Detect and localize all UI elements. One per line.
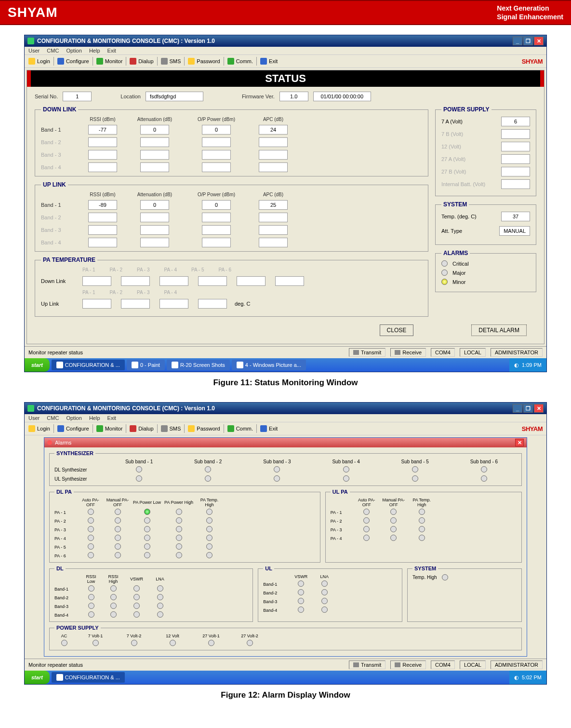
value-box: 0 <box>140 200 169 210</box>
led-icon <box>205 466 211 472</box>
led-icon <box>363 535 370 541</box>
alarms-legend: ALARMS <box>441 250 470 256</box>
task-item[interactable]: R-20 Screen Shots <box>167 360 230 370</box>
value-box <box>82 276 111 286</box>
transmit-icon <box>353 350 359 355</box>
maximize-button-2[interactable]: ❐ <box>523 404 533 413</box>
menu-help-2[interactable]: Help <box>89 415 100 421</box>
mode-indicator: LOCAL <box>460 348 486 357</box>
patemp-uplink-label: Up Link <box>41 301 75 307</box>
patemp-fieldset: PA TEMPERATURE PA - 1PA - 2PA - 3PA - 4P… <box>35 256 428 317</box>
led-icon <box>274 466 280 472</box>
menu-help[interactable]: Help <box>89 48 100 54</box>
led-icon <box>157 611 163 618</box>
uplink-legend: UP LINK <box>41 181 68 188</box>
led-icon <box>110 611 117 618</box>
menu-user-2[interactable]: User <box>28 415 40 421</box>
task-item[interactable]: CONFIGURATION & ... <box>52 360 125 370</box>
task-item[interactable]: 0 - Paint <box>127 360 165 370</box>
info-row: Serial No. 1 Location fsdfsdgfrgd Firmwa… <box>35 92 536 101</box>
value-box <box>88 238 117 247</box>
header-tagline: Next Generation Signal Enhancement <box>497 4 563 21</box>
close-button-2[interactable]: ✕ <box>534 404 544 413</box>
firmware-value: 1.0 <box>279 92 308 101</box>
detail-alarm-button[interactable]: DETAIL ALARM <box>471 324 527 336</box>
led-icon <box>419 535 425 541</box>
minimize-button-2[interactable]: _ <box>513 404 522 413</box>
led-icon <box>176 517 182 524</box>
status-app-window: CONFIGURATION & MONITORING CONSOLE (CMC)… <box>24 35 547 372</box>
tray-icon-2: ◐ <box>514 674 519 681</box>
led-icon <box>93 640 99 646</box>
maximize-button[interactable]: ❐ <box>523 37 533 45</box>
ul-fieldset: UL VSWRLNABand-1Band-2Band-3Band-4 <box>258 566 402 622</box>
menubar: User CMC Option Help Exit <box>25 47 546 55</box>
led-icon <box>321 607 328 613</box>
menu-user[interactable]: User <box>28 48 40 54</box>
value-box <box>501 142 530 151</box>
statusbar: Monitor repeater status Transmit Receive… <box>25 346 546 358</box>
start-button-2[interactable]: start <box>25 671 50 684</box>
task-item[interactable]: CONFIGURATION & ... <box>52 672 125 683</box>
alarm-label: Major <box>452 270 466 276</box>
temp-value: 37 <box>501 212 530 221</box>
led-icon <box>441 279 448 285</box>
menu-option-2[interactable]: Option <box>66 415 81 421</box>
value-box <box>259 213 288 222</box>
temp-high-label: Temp. High <box>412 575 437 580</box>
led-icon <box>144 543 150 550</box>
ps-label: 12 (Volt) <box>441 144 461 149</box>
tb-sms[interactable]: SMS <box>170 58 181 64</box>
led-icon <box>481 466 487 472</box>
close-button[interactable]: ✕ <box>534 37 544 45</box>
value-box <box>202 225 231 235</box>
task-item[interactable]: 4 - Windows Picture a... <box>232 360 306 370</box>
led-icon <box>419 509 425 515</box>
led-icon <box>144 526 150 532</box>
close-status-button[interactable]: CLOSE <box>380 324 414 336</box>
tb-dialup[interactable]: Dialup <box>138 58 153 64</box>
serial-value: 1 <box>63 92 92 101</box>
menu-option[interactable]: Option <box>66 48 81 54</box>
menu-exit-2[interactable]: Exit <box>107 415 116 421</box>
page-header: SHYAM Next Generation Signal Enhancement <box>0 0 571 25</box>
alarms-close-button[interactable]: ✕ <box>515 439 524 446</box>
tb-exit[interactable]: Exit <box>269 58 278 64</box>
value-box <box>202 213 231 222</box>
password-icon <box>188 58 195 65</box>
statusbar-msg: Monitor repeater status <box>28 350 83 355</box>
task-icon <box>237 362 243 368</box>
alarms-dlg-title: Alarms <box>55 440 71 445</box>
task-icon <box>132 362 138 368</box>
tb-monitor[interactable]: Monitor <box>105 58 123 64</box>
tb-comm[interactable]: Comm. <box>236 58 253 64</box>
led-icon <box>206 552 212 558</box>
start-button[interactable]: start <box>25 358 50 372</box>
tb-configure[interactable]: Configure <box>66 58 89 64</box>
led-icon <box>144 517 150 524</box>
menubar-2: User CMC Option Help Exit <box>25 414 546 422</box>
menu-cmc[interactable]: CMC <box>47 48 59 54</box>
led-icon <box>136 475 142 482</box>
tb-password[interactable]: Password <box>197 58 220 64</box>
band-label: Band - 3 <box>41 227 75 233</box>
menu-exit[interactable]: Exit <box>107 48 116 54</box>
app-icon <box>27 38 34 44</box>
taskbar: start CONFIGURATION & ...0 - PaintR-20 S… <box>25 358 546 372</box>
led-icon <box>298 607 304 613</box>
led-icon <box>176 526 182 532</box>
tray-time-2: 5:02 PM <box>522 674 542 680</box>
led-icon <box>88 509 94 515</box>
value-box: 0 <box>140 125 169 135</box>
value-box: 6 <box>501 117 530 126</box>
toolbar: Login Configure Monitor Dialup SMS Passw… <box>25 55 546 68</box>
value-box <box>140 225 169 235</box>
titlebar-title: CONFIGURATION & MONITORING CONSOLE (CMC)… <box>37 38 512 44</box>
led-icon <box>343 475 349 482</box>
led-icon <box>61 640 67 646</box>
location-value: fsdfsdgfrgd <box>146 92 203 101</box>
system-tray: ◐ 1:09 PM <box>509 358 546 372</box>
tb-login[interactable]: Login <box>37 58 50 64</box>
menu-cmc-2[interactable]: CMC <box>47 415 59 421</box>
minimize-button[interactable]: _ <box>513 37 522 45</box>
